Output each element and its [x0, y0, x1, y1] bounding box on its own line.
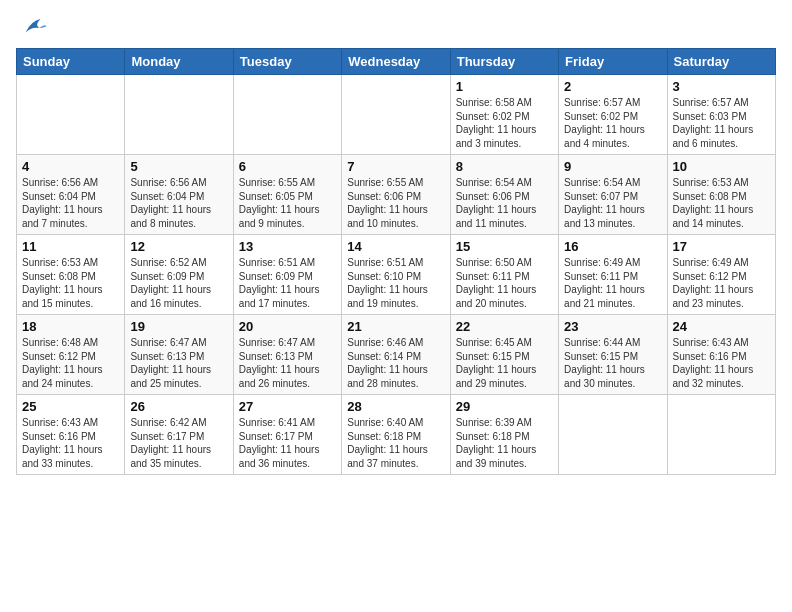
- calendar-cell: [559, 395, 667, 475]
- dow-header-wednesday: Wednesday: [342, 49, 450, 75]
- calendar-cell: 15Sunrise: 6:50 AM Sunset: 6:11 PM Dayli…: [450, 235, 558, 315]
- day-info: Sunrise: 6:48 AM Sunset: 6:12 PM Dayligh…: [22, 336, 119, 390]
- week-row-3: 11Sunrise: 6:53 AM Sunset: 6:08 PM Dayli…: [17, 235, 776, 315]
- calendar-cell: [125, 75, 233, 155]
- day-number: 16: [564, 239, 661, 254]
- calendar-cell: 5Sunrise: 6:56 AM Sunset: 6:04 PM Daylig…: [125, 155, 233, 235]
- day-info: Sunrise: 6:57 AM Sunset: 6:02 PM Dayligh…: [564, 96, 661, 150]
- day-info: Sunrise: 6:51 AM Sunset: 6:10 PM Dayligh…: [347, 256, 444, 310]
- dow-header-sunday: Sunday: [17, 49, 125, 75]
- day-number: 7: [347, 159, 444, 174]
- day-number: 12: [130, 239, 227, 254]
- calendar-cell: 11Sunrise: 6:53 AM Sunset: 6:08 PM Dayli…: [17, 235, 125, 315]
- calendar-body: 1Sunrise: 6:58 AM Sunset: 6:02 PM Daylig…: [17, 75, 776, 475]
- day-number: 19: [130, 319, 227, 334]
- week-row-2: 4Sunrise: 6:56 AM Sunset: 6:04 PM Daylig…: [17, 155, 776, 235]
- calendar-cell: 27Sunrise: 6:41 AM Sunset: 6:17 PM Dayli…: [233, 395, 341, 475]
- calendar-cell: 9Sunrise: 6:54 AM Sunset: 6:07 PM Daylig…: [559, 155, 667, 235]
- calendar-cell: [17, 75, 125, 155]
- header: [16, 16, 776, 40]
- calendar-cell: 22Sunrise: 6:45 AM Sunset: 6:15 PM Dayli…: [450, 315, 558, 395]
- logo-bird-icon: [18, 16, 48, 40]
- calendar: SundayMondayTuesdayWednesdayThursdayFrid…: [16, 48, 776, 475]
- calendar-cell: 25Sunrise: 6:43 AM Sunset: 6:16 PM Dayli…: [17, 395, 125, 475]
- day-info: Sunrise: 6:45 AM Sunset: 6:15 PM Dayligh…: [456, 336, 553, 390]
- day-info: Sunrise: 6:58 AM Sunset: 6:02 PM Dayligh…: [456, 96, 553, 150]
- day-info: Sunrise: 6:49 AM Sunset: 6:11 PM Dayligh…: [564, 256, 661, 310]
- calendar-cell: 6Sunrise: 6:55 AM Sunset: 6:05 PM Daylig…: [233, 155, 341, 235]
- calendar-cell: 12Sunrise: 6:52 AM Sunset: 6:09 PM Dayli…: [125, 235, 233, 315]
- day-info: Sunrise: 6:54 AM Sunset: 6:07 PM Dayligh…: [564, 176, 661, 230]
- logo: [16, 16, 48, 40]
- day-number: 22: [456, 319, 553, 334]
- day-info: Sunrise: 6:52 AM Sunset: 6:09 PM Dayligh…: [130, 256, 227, 310]
- calendar-cell: 21Sunrise: 6:46 AM Sunset: 6:14 PM Dayli…: [342, 315, 450, 395]
- day-number: 20: [239, 319, 336, 334]
- day-number: 2: [564, 79, 661, 94]
- day-number: 4: [22, 159, 119, 174]
- calendar-cell: 1Sunrise: 6:58 AM Sunset: 6:02 PM Daylig…: [450, 75, 558, 155]
- day-info: Sunrise: 6:43 AM Sunset: 6:16 PM Dayligh…: [22, 416, 119, 470]
- day-number: 24: [673, 319, 770, 334]
- day-number: 28: [347, 399, 444, 414]
- day-info: Sunrise: 6:42 AM Sunset: 6:17 PM Dayligh…: [130, 416, 227, 470]
- calendar-cell: 18Sunrise: 6:48 AM Sunset: 6:12 PM Dayli…: [17, 315, 125, 395]
- day-info: Sunrise: 6:53 AM Sunset: 6:08 PM Dayligh…: [673, 176, 770, 230]
- dow-header-saturday: Saturday: [667, 49, 775, 75]
- day-info: Sunrise: 6:49 AM Sunset: 6:12 PM Dayligh…: [673, 256, 770, 310]
- day-number: 8: [456, 159, 553, 174]
- day-info: Sunrise: 6:57 AM Sunset: 6:03 PM Dayligh…: [673, 96, 770, 150]
- calendar-cell: 26Sunrise: 6:42 AM Sunset: 6:17 PM Dayli…: [125, 395, 233, 475]
- day-info: Sunrise: 6:47 AM Sunset: 6:13 PM Dayligh…: [130, 336, 227, 390]
- dow-header-tuesday: Tuesday: [233, 49, 341, 75]
- calendar-cell: 19Sunrise: 6:47 AM Sunset: 6:13 PM Dayli…: [125, 315, 233, 395]
- calendar-cell: 7Sunrise: 6:55 AM Sunset: 6:06 PM Daylig…: [342, 155, 450, 235]
- dow-header-monday: Monday: [125, 49, 233, 75]
- day-number: 23: [564, 319, 661, 334]
- day-info: Sunrise: 6:53 AM Sunset: 6:08 PM Dayligh…: [22, 256, 119, 310]
- day-number: 9: [564, 159, 661, 174]
- week-row-1: 1Sunrise: 6:58 AM Sunset: 6:02 PM Daylig…: [17, 75, 776, 155]
- calendar-cell: 23Sunrise: 6:44 AM Sunset: 6:15 PM Dayli…: [559, 315, 667, 395]
- day-info: Sunrise: 6:47 AM Sunset: 6:13 PM Dayligh…: [239, 336, 336, 390]
- day-number: 10: [673, 159, 770, 174]
- calendar-cell: 3Sunrise: 6:57 AM Sunset: 6:03 PM Daylig…: [667, 75, 775, 155]
- dow-header-friday: Friday: [559, 49, 667, 75]
- calendar-cell: 28Sunrise: 6:40 AM Sunset: 6:18 PM Dayli…: [342, 395, 450, 475]
- day-number: 11: [22, 239, 119, 254]
- calendar-cell: [667, 395, 775, 475]
- week-row-4: 18Sunrise: 6:48 AM Sunset: 6:12 PM Dayli…: [17, 315, 776, 395]
- day-number: 27: [239, 399, 336, 414]
- day-number: 5: [130, 159, 227, 174]
- calendar-cell: 29Sunrise: 6:39 AM Sunset: 6:18 PM Dayli…: [450, 395, 558, 475]
- calendar-cell: 20Sunrise: 6:47 AM Sunset: 6:13 PM Dayli…: [233, 315, 341, 395]
- calendar-cell: 17Sunrise: 6:49 AM Sunset: 6:12 PM Dayli…: [667, 235, 775, 315]
- calendar-cell: 14Sunrise: 6:51 AM Sunset: 6:10 PM Dayli…: [342, 235, 450, 315]
- day-number: 13: [239, 239, 336, 254]
- day-info: Sunrise: 6:40 AM Sunset: 6:18 PM Dayligh…: [347, 416, 444, 470]
- days-of-week-row: SundayMondayTuesdayWednesdayThursdayFrid…: [17, 49, 776, 75]
- day-info: Sunrise: 6:46 AM Sunset: 6:14 PM Dayligh…: [347, 336, 444, 390]
- day-info: Sunrise: 6:54 AM Sunset: 6:06 PM Dayligh…: [456, 176, 553, 230]
- day-info: Sunrise: 6:55 AM Sunset: 6:05 PM Dayligh…: [239, 176, 336, 230]
- day-info: Sunrise: 6:55 AM Sunset: 6:06 PM Dayligh…: [347, 176, 444, 230]
- day-info: Sunrise: 6:39 AM Sunset: 6:18 PM Dayligh…: [456, 416, 553, 470]
- day-number: 6: [239, 159, 336, 174]
- calendar-cell: 2Sunrise: 6:57 AM Sunset: 6:02 PM Daylig…: [559, 75, 667, 155]
- day-info: Sunrise: 6:56 AM Sunset: 6:04 PM Dayligh…: [22, 176, 119, 230]
- day-number: 26: [130, 399, 227, 414]
- day-number: 18: [22, 319, 119, 334]
- day-number: 17: [673, 239, 770, 254]
- dow-header-thursday: Thursday: [450, 49, 558, 75]
- day-number: 21: [347, 319, 444, 334]
- calendar-cell: 8Sunrise: 6:54 AM Sunset: 6:06 PM Daylig…: [450, 155, 558, 235]
- calendar-cell: 13Sunrise: 6:51 AM Sunset: 6:09 PM Dayli…: [233, 235, 341, 315]
- day-number: 14: [347, 239, 444, 254]
- calendar-cell: 24Sunrise: 6:43 AM Sunset: 6:16 PM Dayli…: [667, 315, 775, 395]
- day-info: Sunrise: 6:56 AM Sunset: 6:04 PM Dayligh…: [130, 176, 227, 230]
- day-info: Sunrise: 6:43 AM Sunset: 6:16 PM Dayligh…: [673, 336, 770, 390]
- day-number: 29: [456, 399, 553, 414]
- day-number: 1: [456, 79, 553, 94]
- calendar-cell: 10Sunrise: 6:53 AM Sunset: 6:08 PM Dayli…: [667, 155, 775, 235]
- calendar-cell: 16Sunrise: 6:49 AM Sunset: 6:11 PM Dayli…: [559, 235, 667, 315]
